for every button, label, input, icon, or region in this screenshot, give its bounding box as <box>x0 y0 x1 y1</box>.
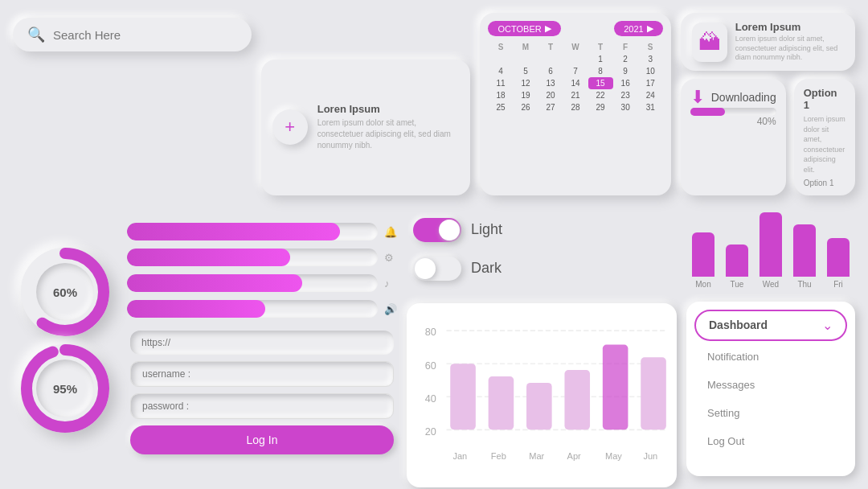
bar-tue-label: Tue <box>731 280 744 289</box>
donut-chart-60: 60% <box>21 248 109 336</box>
download-percent: 40% <box>690 116 776 127</box>
progress-bar-4[interactable] <box>127 300 378 318</box>
bar-mon-label: Mon <box>695 280 710 289</box>
svg-rect-12 <box>450 364 476 429</box>
mountain-icon: 🏔 <box>692 23 727 62</box>
svg-text:40: 40 <box>425 392 436 404</box>
progress-row-3: ♪ <box>127 274 397 292</box>
bar-wed-label: Wed <box>763 280 779 289</box>
line-chart: 80 60 40 20 Jan Feb Mar Apr <box>407 303 677 487</box>
download-icon: ⬇ <box>690 87 705 108</box>
svg-text:Mar: Mar <box>529 450 544 460</box>
bar-chart: Mon Tue Wed Thu Fri <box>686 208 855 289</box>
light-toggle[interactable] <box>413 218 461 242</box>
download-label: Downloading <box>711 91 776 104</box>
svg-rect-14 <box>526 383 552 429</box>
progress-fill-2 <box>127 249 290 266</box>
bar-fri-rect <box>827 238 850 277</box>
lorem-card-desc: Lorem ipsum dolor sit amet, consectetuer… <box>317 117 460 151</box>
menu-item-logout[interactable]: Log Out <box>694 429 847 454</box>
bar-tue: Tue <box>723 244 751 289</box>
progress-bar-1[interactable] <box>127 223 378 240</box>
menu-item-notification[interactable]: Notification <box>694 344 847 369</box>
option-desc: Lorem ipsum dolor sit amet, consectetuer… <box>804 114 845 175</box>
search-input[interactable] <box>53 28 237 42</box>
light-toggle-knob <box>439 220 460 240</box>
progress-row-2: ⚙ <box>127 249 397 266</box>
calendar-grid: SMTWTFS 12345678910111213141516171819202… <box>488 41 662 113</box>
option-badge: Option 1 <box>804 179 845 187</box>
download-bar-fill <box>690 108 725 116</box>
menu-item-messages[interactable]: Messages <box>694 372 847 397</box>
menu-selected-item[interactable]: Dashboard ⌄ <box>694 310 847 341</box>
progress-bar-2[interactable] <box>127 249 378 266</box>
bar-thu: Thu <box>791 224 818 289</box>
svg-text:Apr: Apr <box>567 450 582 460</box>
svg-text:Feb: Feb <box>491 450 506 460</box>
dark-toggle[interactable] <box>413 257 461 281</box>
dark-label: Dark <box>471 260 502 277</box>
username-input[interactable] <box>130 361 394 387</box>
progress-bar-3[interactable] <box>127 274 378 292</box>
light-label: Light <box>471 221 502 238</box>
svg-rect-15 <box>564 370 590 429</box>
bar-thu-rect <box>793 224 816 277</box>
month-nav-button[interactable]: OCTOBER ▶ <box>488 21 560 36</box>
bar-mon: Mon <box>690 232 717 289</box>
svg-text:Jan: Jan <box>452 450 467 460</box>
bar-mon-rect <box>692 232 714 277</box>
bar-thu-label: Thu <box>797 280 811 289</box>
music-icon: ♪ <box>384 277 397 290</box>
lorem-ipsum-title: Lorem Ipsum <box>735 21 844 33</box>
password-input[interactable] <box>130 393 394 419</box>
donut-chart-95: 95% <box>21 344 109 433</box>
donut-label-95: 95% <box>36 360 94 417</box>
donut-label-60: 60% <box>36 263 94 321</box>
svg-rect-17 <box>641 357 666 429</box>
gear-icon: ⚙ <box>384 252 397 264</box>
lorem-ipsum-desc: Lorem ipsum dolor sit amet, consectetuer… <box>735 35 844 63</box>
dropdown-menu: Dashboard ⌄ Notification Messages Settin… <box>686 302 855 476</box>
bar-fri-label: Fri <box>833 280 843 289</box>
svg-rect-13 <box>489 376 514 429</box>
svg-text:80: 80 <box>425 327 436 338</box>
svg-text:Jun: Jun <box>643 450 657 460</box>
progress-fill-4 <box>127 300 265 318</box>
bar-tue-rect <box>726 244 748 277</box>
add-button[interactable]: + <box>272 109 308 145</box>
menu-selected-label: Dashboard <box>709 318 768 331</box>
line-chart-svg: 80 60 40 20 Jan Feb Mar Apr <box>415 311 669 479</box>
progress-fill-3 <box>127 274 302 292</box>
bell-icon: 🔔 <box>384 226 397 238</box>
option-title: Option 1 <box>804 87 845 111</box>
bar-wed: Wed <box>757 212 784 289</box>
search-icon: 🔍 <box>27 26 45 43</box>
toggle-dark: Dark <box>413 257 670 281</box>
lorem-card-title: Loren Ipsum <box>317 103 460 115</box>
volume-icon: 🔊 <box>384 303 397 315</box>
toggle-light: Light <box>413 218 670 242</box>
svg-text:May: May <box>605 450 622 460</box>
login-button[interactable]: Log In <box>130 425 394 454</box>
bar-fri: Fri <box>825 238 852 289</box>
svg-text:60: 60 <box>425 360 436 371</box>
chevron-down-icon: ⌄ <box>822 318 833 333</box>
download-progress-bar <box>690 108 776 116</box>
progress-row-4: 🔊 <box>127 300 397 318</box>
year-nav-button[interactable]: 2021 ▶ <box>614 21 662 36</box>
menu-item-setting[interactable]: Setting <box>694 401 847 425</box>
svg-text:20: 20 <box>425 425 436 437</box>
progress-fill-1 <box>127 223 340 240</box>
progress-row-1: 🔔 <box>127 223 397 240</box>
svg-rect-16 <box>603 344 628 429</box>
dark-toggle-knob <box>415 258 436 279</box>
url-input[interactable] <box>130 331 394 355</box>
bar-wed-rect <box>760 212 782 277</box>
